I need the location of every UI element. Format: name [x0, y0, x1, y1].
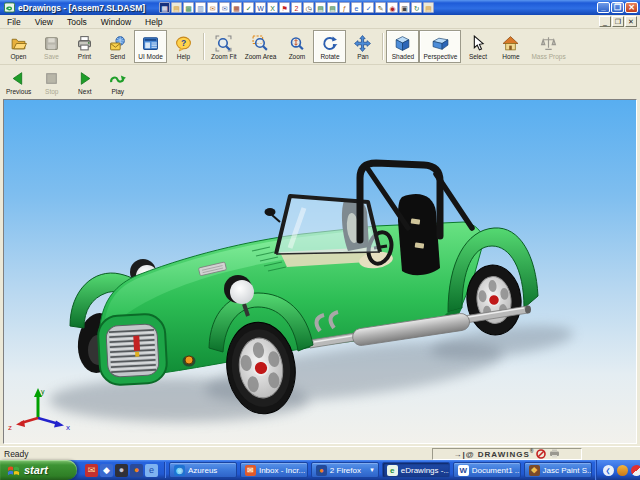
3d-viewport[interactable]: x z y: [4, 100, 636, 443]
tray-chevron-icon[interactable]: ❮: [603, 465, 614, 476]
shaded-button[interactable]: Shaded: [386, 30, 419, 63]
status-message: Ready: [0, 449, 432, 459]
close-button[interactable]: ✕: [625, 2, 638, 13]
edrawings-logo: →|@ DRAWINGS®: [454, 448, 534, 459]
folder-icon[interactable]: ▤: [171, 2, 182, 13]
front-grille: [97, 313, 168, 385]
print-button[interactable]: Print: [68, 30, 101, 63]
grid-icon[interactable]: ▦: [159, 2, 170, 13]
word-doc-icon: W: [458, 465, 469, 476]
save-button[interactable]: Save: [35, 30, 68, 63]
runner-icon[interactable]: ⚑: [279, 2, 290, 13]
excel-icon[interactable]: X: [267, 2, 278, 13]
task-check-icon[interactable]: ✓: [243, 2, 254, 13]
task-button-area: ◉ Azureus ✉ Inbox - Incr... ● 2 Firefox …: [165, 462, 596, 478]
pan-icon: [354, 35, 371, 52]
start-button[interactable]: start: [0, 460, 77, 480]
ui-mode-icon: [142, 35, 159, 52]
sheet2-icon[interactable]: ▤: [327, 2, 338, 13]
car-3d-model: x z y: [4, 100, 636, 443]
minimize-button[interactable]: _: [597, 2, 610, 13]
stop-button[interactable]: Stop: [35, 66, 68, 98]
grille-badge: [133, 336, 140, 351]
rotate-icon: [321, 35, 338, 52]
sheet-icon[interactable]: ▤: [315, 2, 326, 13]
tray-shield-icon[interactable]: [631, 465, 640, 476]
player-icon[interactable]: ●: [115, 464, 128, 477]
two-icon[interactable]: 2: [291, 2, 302, 13]
side-mirror: [265, 208, 276, 216]
film-icon[interactable]: ▣: [399, 2, 410, 13]
zoom-fit-button[interactable]: Zoom Fit: [207, 30, 241, 63]
open-folder-icon: [10, 35, 27, 52]
taskbar-item-edrawings[interactable]: e eDrawings -...: [382, 462, 450, 478]
floppy-disk-icon: [43, 35, 60, 52]
rotate-button[interactable]: Rotate: [313, 30, 346, 63]
zoom-area-button[interactable]: Zoom Area: [241, 30, 281, 63]
mdi-minimize-button[interactable]: _: [599, 16, 611, 27]
taskbar: start ✉◆●●e ◉ Azureus ✉ Inbox - Incr... …: [0, 460, 640, 480]
turn-indicator: [183, 356, 196, 367]
home-icon: [502, 35, 519, 52]
window-title: eDrawings - [Assem7.SLDASM]: [18, 3, 145, 13]
app-icon: [4, 2, 15, 13]
menu-tools[interactable]: Tools: [60, 16, 94, 28]
money-icon[interactable]: ƒ: [339, 2, 350, 13]
helmet-icon[interactable]: ◉: [387, 2, 398, 13]
mdi-window-controls: _ ❐ ✕: [599, 16, 637, 27]
ie-icon[interactable]: e: [145, 464, 158, 477]
word-icon[interactable]: W: [255, 2, 266, 13]
msn-icon[interactable]: ◆: [100, 464, 113, 477]
picture-icon[interactable]: ▩: [183, 2, 194, 13]
globe-check-icon[interactable]: ✓: [363, 2, 374, 13]
cursor-arrow-icon: [469, 35, 486, 52]
perspective-cube-icon: [432, 35, 449, 52]
taskbar-item-firefox-group[interactable]: ● 2 Firefox ▾: [311, 462, 379, 478]
documents-icon[interactable]: ▥: [195, 2, 206, 13]
zoom-button[interactable]: Zoom: [280, 30, 313, 63]
taskbar-item-azureus[interactable]: ◉ Azureus: [169, 462, 237, 478]
ie-globe-icon[interactable]: e: [351, 2, 362, 13]
menu-file[interactable]: File: [0, 16, 28, 28]
perspective-button[interactable]: Perspective: [419, 30, 461, 63]
home-button[interactable]: Home: [494, 30, 527, 63]
play-button[interactable]: Play: [101, 66, 134, 98]
send-button[interactable]: Send: [101, 30, 134, 63]
restore-button[interactable]: ❐: [611, 2, 624, 13]
azureus-icon: ◉: [174, 465, 185, 476]
folder2-icon[interactable]: ▤: [423, 2, 434, 13]
help-button[interactable]: ? Help: [167, 30, 200, 63]
menu-bar: File View Tools Window Help _ ❐ ✕: [0, 15, 640, 29]
next-button[interactable]: Next: [68, 66, 101, 98]
menu-window[interactable]: Window: [94, 16, 138, 28]
stop-icon: [43, 70, 60, 87]
clock-icon[interactable]: ◷: [303, 2, 314, 13]
open-button[interactable]: Open: [2, 30, 35, 63]
previous-button[interactable]: Previous: [2, 66, 35, 98]
previous-icon: [10, 70, 27, 87]
envelope-icon[interactable]: ✉: [219, 2, 230, 13]
mdi-restore-button[interactable]: ❐: [612, 16, 624, 27]
titlebar-shortcut-strip: ▦▤▩▥✉✉▦✓WX⚑2◷▤▤ƒe✓✎◉▣↻▤: [159, 2, 434, 13]
firefox-icon: ●: [316, 465, 327, 476]
window-controls: _ ❐ ✕: [597, 2, 638, 13]
calendar-icon[interactable]: ▦: [231, 2, 242, 13]
quick-launch-bar: ✉◆●●e: [77, 462, 165, 478]
group-dropdown-arrow[interactable]: ▾: [370, 466, 374, 474]
taskbar-item-inbox[interactable]: ✉ Inbox - Incr...: [240, 462, 308, 478]
mass-props-button[interactable]: Mass Props: [527, 30, 569, 63]
incredimail-icon[interactable]: ✉: [85, 464, 98, 477]
taskbar-item-word[interactable]: W Document1 ...: [453, 462, 521, 478]
pencil-icon[interactable]: ✎: [375, 2, 386, 13]
mail-send-icon[interactable]: ✉: [207, 2, 218, 13]
menu-view[interactable]: View: [28, 16, 60, 28]
firefox-icon[interactable]: ●: [130, 464, 143, 477]
ui-mode-button[interactable]: UI Mode: [134, 30, 167, 63]
menu-help[interactable]: Help: [138, 16, 169, 28]
sync-icon[interactable]: ↻: [411, 2, 422, 13]
pan-button[interactable]: Pan: [346, 30, 379, 63]
mdi-close-button[interactable]: ✕: [625, 16, 637, 27]
select-button[interactable]: Select: [461, 30, 494, 63]
tray-antivirus-icon[interactable]: [617, 465, 628, 476]
taskbar-item-paintshop[interactable]: ❖ Jasc Paint S...: [524, 462, 592, 478]
